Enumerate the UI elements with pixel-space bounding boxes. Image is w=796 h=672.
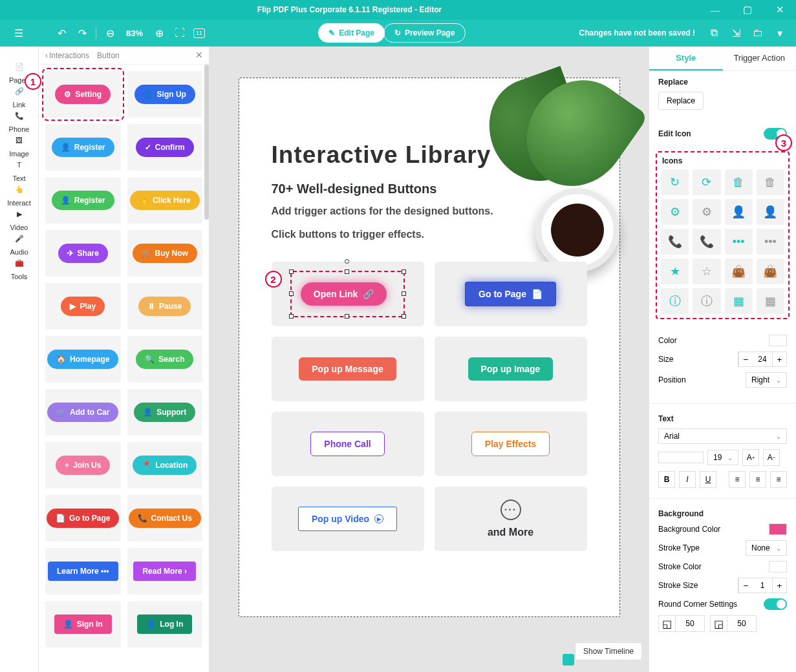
- phone-icon[interactable]: 📞: [661, 229, 689, 255]
- library-button-card[interactable]: Read More ›: [127, 548, 203, 594]
- dots-icon[interactable]: •••: [725, 229, 753, 255]
- rail-item-audio[interactable]: 🎤Audio: [7, 231, 31, 256]
- rail-item-tools[interactable]: 🧰Tools: [7, 256, 31, 280]
- library-button-card[interactable]: 📍Location: [127, 442, 203, 488]
- zoom-in-button[interactable]: ⊕: [152, 26, 166, 40]
- size-decrement[interactable]: −: [738, 352, 753, 366]
- library-button[interactable]: 👤Register: [52, 191, 114, 210]
- gear-icon[interactable]: ⚙: [661, 199, 689, 225]
- library-button[interactable]: 👆Click Here: [130, 191, 200, 210]
- library-button[interactable]: ⏸Pause: [138, 297, 191, 316]
- popup-image-button[interactable]: Pop up Image: [468, 357, 554, 381]
- redo-button[interactable]: ↷: [75, 26, 89, 40]
- more-menu-icon[interactable]: ▾: [773, 26, 787, 40]
- library-button-card[interactable]: 📞Contact Us: [127, 495, 203, 541]
- bag-icon[interactable]: 👜: [725, 258, 753, 284]
- maximize-button[interactable]: ▢: [731, 4, 764, 16]
- library-button[interactable]: 📍Location: [133, 456, 197, 475]
- package-icon[interactable]: 🗀: [751, 26, 765, 40]
- page-artboard[interactable]: Interactive Library 70+ Well-designed Bu…: [239, 78, 620, 617]
- library-button-card[interactable]: 🛒Buy Now: [127, 230, 203, 277]
- library-button[interactable]: ⚙Setting: [55, 85, 111, 104]
- library-button[interactable]: 👤Sign In: [54, 614, 112, 634]
- font-size-select[interactable]: 19⌄: [707, 450, 738, 465]
- tab-style[interactable]: Style: [649, 47, 723, 70]
- library-button[interactable]: +Join Us: [56, 456, 110, 475]
- font-family-select[interactable]: Arial⌄: [658, 428, 787, 444]
- rail-item-text[interactable]: TText: [7, 158, 31, 182]
- play-effects-button[interactable]: Play Effects: [471, 432, 550, 456]
- position-select[interactable]: Right⌄: [746, 372, 787, 388]
- font-decrease-button[interactable]: A−: [763, 449, 780, 466]
- bold-button[interactable]: B: [658, 471, 675, 488]
- trash-icon[interactable]: 🗑: [725, 169, 753, 195]
- grid-icon[interactable]: ▦: [725, 288, 753, 314]
- stroke-decrement[interactable]: −: [738, 578, 753, 593]
- minimize-button[interactable]: ―: [699, 5, 731, 16]
- refresh-alt-icon[interactable]: ⟳: [693, 169, 720, 195]
- rail-item-interact[interactable]: 👆Interact: [7, 182, 31, 207]
- lock-icon[interactable]: [563, 654, 574, 666]
- preview-page-tab[interactable]: ↻ Preview Page: [383, 23, 466, 43]
- show-timeline-button[interactable]: Show Timeline: [575, 642, 642, 660]
- font-increase-button[interactable]: A+: [742, 449, 759, 466]
- library-button[interactable]: 👤Support: [134, 403, 195, 422]
- person-outline-icon[interactable]: 👤: [757, 199, 784, 225]
- library-button-card[interactable]: 🛒Add to Car: [45, 389, 121, 436]
- stroke-type-select[interactable]: None⌄: [746, 540, 787, 556]
- library-button-card[interactable]: ✓Confirm: [127, 124, 203, 171]
- export-icon[interactable]: ⇲: [729, 26, 743, 40]
- tab-trigger-action[interactable]: Trigger Action: [723, 47, 797, 70]
- library-button-card[interactable]: 🔍Search: [127, 336, 203, 383]
- bag-outline-icon[interactable]: 👜: [757, 258, 784, 284]
- close-button[interactable]: ✕: [764, 4, 796, 16]
- library-button-card[interactable]: Learn More •••: [45, 548, 121, 594]
- edit-page-tab[interactable]: ✎ Edit Page: [318, 23, 385, 43]
- corner-tl-input[interactable]: ◱50: [658, 615, 705, 632]
- stroke-color-swatch[interactable]: [769, 561, 787, 572]
- info-icon[interactable]: ⓘ: [661, 288, 689, 314]
- info-outline-icon[interactable]: ⓘ: [693, 288, 720, 314]
- italic-button[interactable]: I: [679, 471, 696, 488]
- panel-back-button[interactable]: ‹ Interactions: [45, 51, 89, 60]
- selected-element-frame[interactable]: Open Link 🔗: [290, 271, 405, 317]
- open-link-button[interactable]: Open Link 🔗: [301, 282, 387, 306]
- library-button-card[interactable]: 📄Go to Page: [45, 495, 121, 541]
- library-button-card[interactable]: 👤Sign Up: [127, 71, 203, 118]
- library-button-card[interactable]: 👤Log In: [127, 601, 203, 647]
- zoom-out-button[interactable]: ⊖: [103, 26, 117, 40]
- library-button-card[interactable]: 👤Register: [45, 124, 121, 171]
- library-button[interactable]: 🏠Homepage: [47, 350, 118, 369]
- rail-item-phone[interactable]: 📞Phone: [7, 109, 31, 133]
- fit-screen-button[interactable]: ⛶: [173, 26, 187, 40]
- rail-item-video[interactable]: ▶Video: [7, 207, 31, 231]
- rail-item-image[interactable]: 🖼Image: [7, 133, 31, 158]
- align-center-button[interactable]: ≡: [749, 471, 766, 488]
- text-color-swatch[interactable]: [658, 452, 704, 463]
- gear-outline-icon[interactable]: ⚙: [693, 199, 720, 225]
- library-button[interactable]: ▶Play: [61, 297, 105, 316]
- library-button[interactable]: 📞Contact Us: [129, 509, 201, 528]
- stroke-increment[interactable]: +: [772, 578, 786, 593]
- library-button-card[interactable]: 👆Click Here: [127, 177, 203, 224]
- icon-color-swatch[interactable]: [769, 335, 787, 346]
- library-button-card[interactable]: ▶Play: [45, 283, 121, 330]
- library-button-card[interactable]: ✈Share: [45, 230, 121, 277]
- call-icon[interactable]: 📞: [693, 229, 720, 255]
- library-button-card[interactable]: 👤Sign In: [45, 601, 121, 647]
- star-outline-icon[interactable]: ☆: [693, 258, 720, 284]
- save-layout-icon[interactable]: ⧉: [707, 26, 721, 40]
- popup-message-button[interactable]: Pop up Message: [299, 357, 396, 381]
- library-button[interactable]: ✈Share: [58, 244, 108, 263]
- phone-call-button[interactable]: Phone Call: [310, 432, 384, 456]
- library-button[interactable]: 🛒Buy Now: [133, 244, 197, 263]
- replace-button[interactable]: Replace: [658, 92, 704, 110]
- library-button[interactable]: 🔍Search: [136, 350, 193, 369]
- underline-button[interactable]: U: [700, 471, 716, 488]
- icon-size-stepper[interactable]: −24+: [738, 352, 787, 367]
- corner-tr-input[interactable]: ◲50: [710, 615, 757, 632]
- trash-outline-icon[interactable]: 🗑: [757, 169, 784, 195]
- library-button-card[interactable]: ⚙Setting: [45, 71, 121, 118]
- library-button-card[interactable]: 👤Register: [45, 177, 121, 224]
- person-icon[interactable]: 👤: [725, 199, 753, 225]
